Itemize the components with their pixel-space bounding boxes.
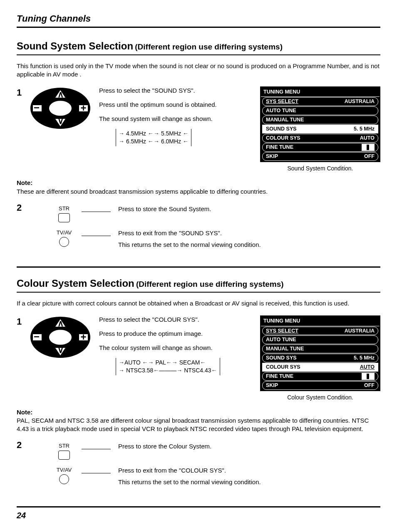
sound-osd: TUNING MENUSYS SELECTAUSTRALIAAUTO TUNEM… — [260, 86, 380, 162]
osd-row-label: SKIP — [266, 382, 278, 389]
section-title-colour: Colour System Selection (Different regio… — [17, 277, 380, 293]
colour-step2-num: 2 — [17, 439, 24, 451]
sound-title-sub: (Different region use differing systems) — [135, 42, 283, 51]
tvav-label: TV/AV — [57, 229, 72, 236]
osd-row: MANUAL TUNE — [262, 116, 378, 124]
osd-row: SKIPOFF — [262, 152, 378, 161]
svg-text:∨: ∨ — [57, 116, 64, 126]
colour-tvav-text2: This returns the set to the normal viewi… — [118, 478, 380, 486]
colour-cycle-top: →AUTO ←→ PAL←→ SECAM← — [119, 359, 217, 367]
osd-row-value: 5. 5 MHz — [354, 355, 375, 362]
sound-title-main: Sound System Selection — [17, 40, 133, 52]
sound-osd-wrap: TUNING MENUSYS SELECTAUSTRALIAAUTO TUNEM… — [260, 86, 380, 172]
svg-text:∨: ∨ — [57, 345, 64, 355]
osd-row: SYS SELECTAUSTRALIA — [262, 97, 378, 106]
str-label: STR — [59, 442, 69, 450]
str-button-icon — [58, 213, 70, 222]
osd-row: SOUND SYS5. 5 MHz — [262, 354, 378, 362]
sound-str-text: Press to store the Sound System. — [118, 205, 380, 213]
svg-text:−: − — [34, 330, 40, 342]
dpad-icon: ∧ ∨ − + — [29, 315, 92, 359]
sound-tvav-text1: Press to exit from the "SOUND SYS". — [118, 229, 380, 237]
colour-osd-caption: Colour System Condition. — [260, 394, 380, 401]
colour-step1-line1: Press to select the "COLOUR SYS". — [99, 315, 220, 324]
osd-row-value: OFF — [364, 153, 375, 160]
svg-point-1 — [49, 101, 72, 116]
osd-row-label: FINE TUNE — [266, 373, 293, 380]
colour-osd: TUNING MENUSYS SELECTAUSTRALIAAUTO TUNEM… — [260, 315, 380, 391]
osd-row-label: MANUAL TUNE — [266, 345, 304, 352]
osd-row-label: MANUAL TUNE — [266, 116, 304, 123]
osd-row-value: AUTO — [360, 135, 375, 142]
leader-line — [82, 473, 111, 473]
osd-row-label: COLOUR SYS — [266, 364, 300, 371]
sound-step1-line1: Press to select the "SOUND SYS". — [99, 86, 217, 95]
svg-text:∧: ∧ — [57, 318, 64, 328]
sound-cycle-top: → 4.5MHz ←→ 5.5MHz ← — [119, 130, 189, 138]
osd-row: COLOUR SYSAUTO — [262, 363, 378, 372]
colour-tvav-text1: Press to exit from the "COLOUR SYS". — [118, 466, 380, 475]
colour-cycle-bot: → NTSC3.58←———→ NTSC4.43← — [119, 367, 217, 374]
section-title-sound: Sound System Selection (Different region… — [17, 39, 380, 55]
colour-cycle-diagram: →AUTO ←→ PAL←→ SECAM← → NTSC3.58←———→ NT… — [116, 358, 220, 375]
colour-step1-line3: The colour system will change as shown. — [99, 344, 220, 352]
colour-title-sub: (Different region use differing systems) — [136, 280, 284, 288]
colour-str-text: Press to store the Colour System. — [118, 442, 380, 451]
sound-tvav-text2: This returns the set to the normal viewi… — [118, 241, 380, 249]
colour-note-text: PAL, SECAM and NTSC 3.58 are different c… — [17, 416, 380, 433]
page-title: Tuning Channels — [17, 12, 380, 28]
colour-step1-line2: Press to produce the optimum image. — [99, 330, 220, 338]
sound-cycle-bot: → 6.5MHz ←→ 6.0MHz ← — [119, 138, 189, 145]
osd-row-label: SOUND SYS — [266, 126, 297, 133]
osd-row: COLOUR SYSAUTO — [262, 134, 378, 143]
sound-cycle-diagram: → 4.5MHz ←→ 5.5MHz ← → 6.5MHz ←→ 6.0MHz … — [116, 129, 191, 146]
osd-row-value: AUSTRALIA — [345, 328, 375, 335]
svg-text:+: + — [80, 102, 86, 113]
osd-row: SOUND SYS5. 5 MHz — [262, 125, 378, 133]
page-number: 24 — [17, 506, 380, 521]
sound-step1-line3: The sound system will change as shown. — [99, 115, 217, 123]
tvav-button-icon — [59, 474, 69, 484]
dpad-icon: ∧ ∨ − + — [29, 86, 92, 130]
osd-row-label: SKIP — [266, 153, 278, 160]
sound-step2-num: 2 — [17, 202, 24, 214]
osd-row-label: SOUND SYS — [266, 355, 297, 362]
osd-row-label: AUTO TUNE — [266, 336, 296, 343]
str-label: STR — [59, 205, 69, 212]
svg-text:−: − — [34, 101, 40, 113]
osd-row-value: 5. 5 MHz — [354, 126, 375, 133]
osd-row-value — [362, 373, 375, 380]
sound-note-text: These are different sound broadcast tran… — [17, 187, 380, 196]
tvav-label: TV/AV — [57, 466, 72, 474]
osd-row-label: SYS SELECT — [266, 98, 298, 105]
colour-note-label: Note: — [17, 408, 380, 416]
leader-line — [82, 236, 111, 236]
colour-intro: If a clear picture with correct colours … — [17, 299, 380, 308]
osd-row-label: AUTO TUNE — [266, 107, 296, 114]
colour-title-main: Colour System Selection — [17, 278, 134, 289]
sound-osd-caption: Sound System Condition. — [260, 165, 380, 172]
osd-row-value: OFF — [364, 382, 375, 389]
osd-row-label: COLOUR SYS — [266, 135, 300, 142]
osd-row: MANUAL TUNE — [262, 345, 378, 353]
section-divider — [17, 266, 380, 268]
leader-line — [82, 212, 111, 212]
sound-intro: This function is used only in the TV mod… — [17, 62, 380, 79]
svg-text:+: + — [80, 331, 86, 342]
svg-text:∧: ∧ — [57, 89, 64, 99]
osd-row-value: AUSTRALIA — [345, 98, 375, 105]
osd-row-value: AUTO — [360, 364, 375, 371]
sound-step1-line2: Press until the optimum sound is obtaine… — [99, 101, 217, 109]
colour-osd-wrap: TUNING MENUSYS SELECTAUSTRALIAAUTO TUNEM… — [260, 315, 380, 401]
colour-step1-num: 1 — [17, 315, 24, 328]
osd-row: SYS SELECTAUSTRALIA — [262, 327, 378, 335]
osd-row-value — [362, 144, 375, 151]
osd-row: FINE TUNE — [262, 372, 378, 381]
osd-row: SKIPOFF — [262, 381, 378, 390]
osd-row: AUTO TUNE — [262, 106, 378, 115]
leader-line — [82, 449, 111, 449]
tvav-button-icon — [59, 237, 69, 247]
osd-row: AUTO TUNE — [262, 335, 378, 344]
str-button-icon — [58, 451, 70, 460]
svg-point-9 — [49, 330, 72, 345]
